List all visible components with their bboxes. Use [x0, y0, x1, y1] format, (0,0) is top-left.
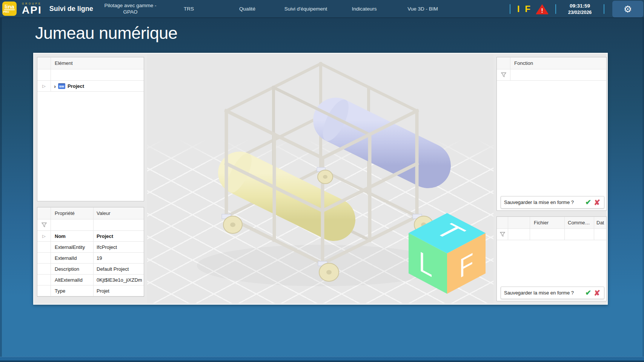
filter-funnel-icon[interactable] — [41, 222, 47, 227]
tree-node-project[interactable]: › BIM Project — [51, 81, 144, 91]
property-value: Default Project — [93, 264, 144, 274]
lina-pro-logo: lina PRO — [2, 2, 17, 16]
files-gutter — [497, 217, 508, 229]
properties-header-row: Propriété Valeur — [37, 207, 144, 219]
clock: 09:31:59 23/02/2026 — [562, 3, 598, 15]
function-column-header[interactable]: Fonction — [510, 57, 606, 69]
files-panel: Fichier Comme… Dat Sauvegarder la mise e… — [496, 216, 607, 301]
clock-time: 09:31:59 — [562, 3, 598, 9]
tree-node-label[interactable]: Project — [68, 83, 84, 89]
function-gutter — [497, 57, 510, 69]
file-column-header[interactable]: Fichier — [530, 217, 565, 229]
row-expand-gutter: ▷ — [37, 231, 51, 241]
tank-lavender — [318, 96, 428, 166]
comment-column-header[interactable]: Comme… — [565, 217, 594, 229]
expand-triangle-icon[interactable]: ▷ — [42, 234, 45, 239]
files-header-row: Fichier Comme… Dat — [497, 217, 606, 229]
property-row-externalentity[interactable]: ExternalEntity IfcProject — [37, 242, 144, 253]
function-filter-cell[interactable] — [510, 69, 606, 80]
nav-qualite[interactable]: Qualité — [218, 6, 277, 12]
row-gutter — [37, 253, 51, 263]
nav-pilotage-gpao[interactable]: Pilotage avec gamme - GPAO — [101, 3, 160, 15]
divider — [555, 4, 556, 14]
files-filter-date-cell[interactable] — [594, 229, 606, 240]
filter-funnel-icon[interactable] — [501, 72, 506, 77]
save-layout-bar-function: Sauvegarder la mise en forme ? ✔ ✘ — [501, 196, 604, 209]
caster-back — [317, 167, 333, 184]
property-name: Description — [51, 264, 93, 274]
divider — [604, 4, 604, 14]
files-filter-comment-cell[interactable] — [565, 229, 594, 240]
nav-suivi-equipement[interactable]: Suivi d'équipement — [277, 6, 335, 12]
expand-triangle-icon[interactable]: ▷ — [42, 84, 45, 89]
chevron-right-icon[interactable]: › — [54, 83, 56, 89]
confirm-check-icon[interactable]: ✔ — [585, 289, 591, 296]
date-column-header[interactable]: Dat — [594, 217, 606, 229]
tree-filter-cell[interactable] — [51, 69, 144, 80]
warning-mark: ! — [541, 8, 543, 14]
files-filter-row[interactable] — [497, 229, 606, 240]
element-filter-row[interactable] — [37, 69, 144, 81]
properties-filter-row[interactable] — [37, 219, 144, 231]
window-bottom-band — [0, 357, 644, 362]
property-value: IfcProject — [93, 242, 144, 252]
header-right-cluster: I F ! 09:31:59 23/02/2026 ⚙ — [506, 0, 644, 18]
props-filter-value-cell[interactable] — [93, 219, 144, 230]
value-column-header[interactable]: Valeur — [93, 207, 144, 219]
settings-button[interactable]: ⚙ — [612, 1, 643, 17]
files-empty-column-header[interactable] — [508, 217, 530, 229]
property-row-nom[interactable]: ▷ Nom Project — [37, 231, 144, 242]
function-panel: Fonction Sauvegarder la mise en forme ? … — [496, 57, 607, 211]
caster-left — [222, 214, 242, 233]
gear-icon: ⚙ — [624, 5, 632, 14]
property-value: Project — [93, 231, 144, 241]
element-tree-header-row: Elément — [37, 57, 144, 69]
row-gutter — [37, 285, 51, 296]
property-name: Nom — [51, 231, 93, 241]
property-name: ExternalId — [51, 253, 93, 263]
nav-vue-3d-bim[interactable]: Vue 3D - BIM — [393, 6, 452, 12]
files-filter-cell[interactable] — [508, 229, 530, 240]
cancel-cross-icon[interactable]: ✘ — [594, 199, 600, 206]
tree-row-project[interactable]: ▷ › BIM Project — [37, 81, 144, 92]
props-filter-name-cell[interactable] — [51, 219, 93, 230]
bim-3d-viewport[interactable]: T L F — [147, 54, 493, 303]
confirm-check-icon[interactable]: ✔ — [585, 199, 591, 206]
lina-logo-text: lina — [4, 4, 15, 10]
property-column-header[interactable]: Propriété — [51, 207, 93, 219]
property-value: 19 — [93, 253, 144, 263]
api-text: API — [22, 5, 42, 15]
nav-trs[interactable]: TRS — [160, 6, 218, 12]
props-filter-gutter — [37, 219, 51, 230]
save-layout-prompt: Sauvegarder la mise en forme ? — [504, 199, 583, 205]
row-gutter — [37, 275, 51, 285]
app-title: Suivi de ligne — [49, 5, 93, 13]
files-filter-file-cell[interactable] — [530, 229, 565, 240]
files-filter-gutter — [497, 229, 508, 240]
row-gutter — [37, 264, 51, 274]
filter-funnel-icon[interactable] — [500, 232, 505, 237]
cancel-cross-icon[interactable]: ✘ — [594, 289, 600, 297]
save-layout-prompt: Sauvegarder la mise en forme ? — [504, 290, 583, 296]
3d-scene: T L F — [147, 54, 493, 303]
properties-panel: Propriété Valeur ▷ Nom Project ExternalE… — [37, 207, 144, 297]
clock-date: 23/02/2026 — [562, 9, 598, 15]
property-row-altexternalid[interactable]: AltExternalId 0Kjt$IE3e1o_jiXZDm — [37, 275, 144, 285]
property-value: 0Kjt$IE3e1o_jiXZDm — [93, 275, 144, 285]
nav-indicateurs[interactable]: Indicateurs — [335, 6, 393, 12]
props-gutter — [37, 207, 51, 219]
property-name: ExternalEntity — [51, 242, 93, 252]
property-row-description[interactable]: Description Default Project — [37, 264, 144, 275]
status-letter-i[interactable]: I — [517, 5, 520, 14]
element-column-header[interactable]: Elément — [51, 57, 144, 69]
page-title: Jumeau numérique — [35, 23, 177, 43]
property-value: Projet — [93, 285, 144, 296]
property-row-type[interactable]: Type Projet — [37, 285, 144, 296]
property-row-externalid[interactable]: ExternalId 19 — [37, 253, 144, 264]
function-header-row: Fonction — [497, 57, 606, 69]
warning-icon[interactable]: ! — [535, 3, 549, 15]
row-expand-gutter: ▷ — [37, 81, 51, 91]
status-letter-f[interactable]: F — [525, 5, 530, 14]
top-bar: lina PRO GROUPE API Suivi de ligne Pilot… — [0, 0, 644, 18]
function-filter-row[interactable] — [497, 69, 606, 81]
